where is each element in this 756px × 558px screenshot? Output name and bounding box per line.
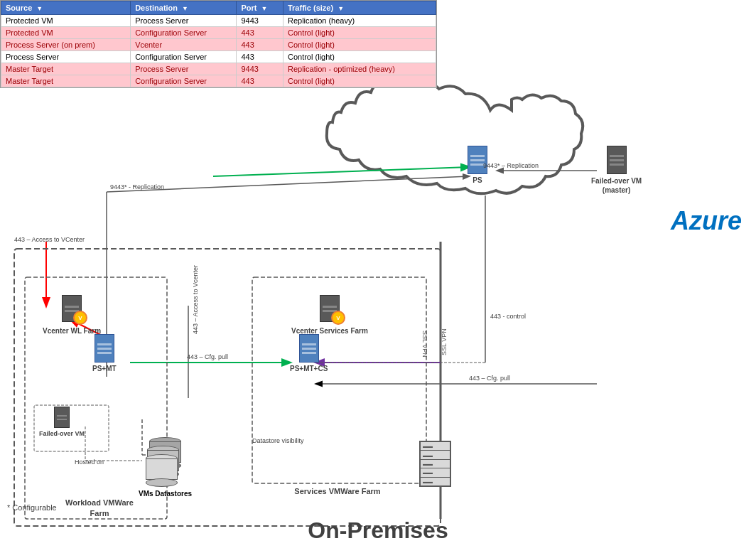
svg-rect-19 xyxy=(14,249,441,526)
table-cell-traffic: Control (light) xyxy=(283,75,436,87)
col-source[interactable]: Source ▼ xyxy=(1,1,131,15)
server-icon-dark xyxy=(607,146,627,174)
vcenter-wl-server: V Vcenter WL Farm xyxy=(43,295,101,336)
server-icon-dark xyxy=(54,407,70,428)
table-cell-traffic: Control (light) xyxy=(283,51,436,63)
svg-text:SSL VPN: SSL VPN xyxy=(441,328,448,355)
table-cell-port: 9443 xyxy=(237,63,284,75)
datastore-visibility-label: Datastore visibility xyxy=(252,437,304,444)
failed-over-vm-onprem-label: Failed-over VM xyxy=(39,430,85,437)
network-table: Source ▼ Destination ▼ Port ▼ Traffic (s… xyxy=(0,0,437,88)
replication-9443-main-label: 9443* - Replication xyxy=(110,183,164,191)
table-cell-destination: Vcenter xyxy=(131,39,237,51)
ps-mt-label: PS+MT xyxy=(92,365,117,372)
failed-over-vm-master-label: Failed-over VM(master) xyxy=(591,176,642,195)
access-vcenter-label: 443 – Access to VCenter xyxy=(14,236,85,243)
table-row: Protected VMConfiguration Server443Contr… xyxy=(1,27,436,39)
failed-over-vm-onprem: Failed-over VM xyxy=(39,407,85,437)
datastores-label: VMs Datastores xyxy=(139,490,192,498)
table-cell-port: 443 xyxy=(237,75,284,87)
table-cell-source: Master Target xyxy=(1,75,131,87)
vcenter-services-label: Vcenter Services Farm xyxy=(291,326,368,336)
server-icon-shape xyxy=(299,334,319,363)
table-cell-destination: Configuration Server xyxy=(131,27,237,39)
table-cell-destination: Process Server xyxy=(131,63,237,75)
vcenter-services-server: V Vcenter Services Farm xyxy=(291,295,368,336)
control-443-label: 443 - control xyxy=(490,313,526,320)
table-cell-source: Master Target xyxy=(1,63,131,75)
col-traffic[interactable]: Traffic (size) ▼ xyxy=(283,1,436,15)
ps-label: PS xyxy=(472,176,482,184)
ps-mt-cs-label: PS+MT+CS xyxy=(290,365,328,372)
table-cell-source: Protected VM xyxy=(1,15,131,27)
table-cell-destination: Process Server xyxy=(131,15,237,27)
vcenter-wl-label: Vcenter WL Farm xyxy=(43,326,101,336)
table-cell-traffic: Control (light) xyxy=(283,27,436,39)
table-row: Protected VMProcess Server9443Replicatio… xyxy=(1,15,436,27)
table-cell-port: 443 xyxy=(237,39,284,51)
server-icon-shape xyxy=(94,334,114,363)
table-cell-source: Protected VM xyxy=(1,27,131,39)
access-vcenter-2-label: 443 – Access to Vcenter xyxy=(192,265,199,334)
table-row: Master TargetConfiguration Server443Cont… xyxy=(1,75,436,87)
sort-icon[interactable]: ▼ xyxy=(261,5,268,12)
ssl-vpn-label: SSL VPN xyxy=(421,331,428,358)
svg-line-0 xyxy=(213,167,469,176)
cfg-pull-2-label: 443 – Cfg. pull xyxy=(469,375,510,382)
sort-icon[interactable]: ▼ xyxy=(182,5,188,12)
azure-label: Azure xyxy=(671,206,742,236)
table-row: Master TargetProcess Server9443Replicati… xyxy=(1,63,436,75)
col-port[interactable]: Port ▼ xyxy=(237,1,284,15)
table-cell-destination: Configuration Server xyxy=(131,51,237,63)
table-row: Process Server (on prem)Vcenter443Contro… xyxy=(1,39,436,51)
table-cell-source: Process Server (on prem) xyxy=(1,39,131,51)
col-destination[interactable]: Destination ▼ xyxy=(131,1,237,15)
table-cell-port: 443 xyxy=(237,27,284,39)
table-cell-traffic: Replication (heavy) xyxy=(283,15,436,27)
table-cell-port: 9443 xyxy=(237,15,284,27)
storage-rack-icon: ▬▬ ▬▬ ▬▬ ▬▬ ▬▬ xyxy=(419,441,451,487)
ps-mt-cs-server: PS+MT+CS xyxy=(290,334,328,372)
table-cell-traffic: Control (light) xyxy=(283,39,436,51)
vcenter-icon: V xyxy=(73,311,87,325)
sort-icon[interactable]: ▼ xyxy=(338,5,344,12)
table-cell-port: 443 xyxy=(237,51,284,63)
ps-mt-server: PS+MT xyxy=(92,334,117,372)
services-vmware-label: Services VMWare Farm xyxy=(256,487,419,495)
hosted-on-label: Hosted on xyxy=(75,458,104,466)
replication-9443-cloud-label: 9443* – Replication xyxy=(483,162,539,169)
failed-over-vm-master: Failed-over VM(master) xyxy=(591,146,642,195)
table-row: Process ServerConfiguration Server443Con… xyxy=(1,51,436,63)
table-cell-destination: Configuration Server xyxy=(131,75,237,87)
cfg-pull-label: 443 – Cfg. pull xyxy=(187,353,228,360)
onprem-label: On-Premises xyxy=(308,517,448,544)
vms-datastores-icon: VMs Datastores xyxy=(139,437,192,498)
table-cell-traffic: Replication - optimized (heavy) xyxy=(283,63,436,75)
config-note: * Configurable xyxy=(7,503,57,512)
vcenter-services-icon: V xyxy=(331,311,345,325)
table-cell-source: Process Server xyxy=(1,51,131,63)
server-icon-shape xyxy=(468,146,487,174)
sort-icon[interactable]: ▼ xyxy=(36,5,43,12)
